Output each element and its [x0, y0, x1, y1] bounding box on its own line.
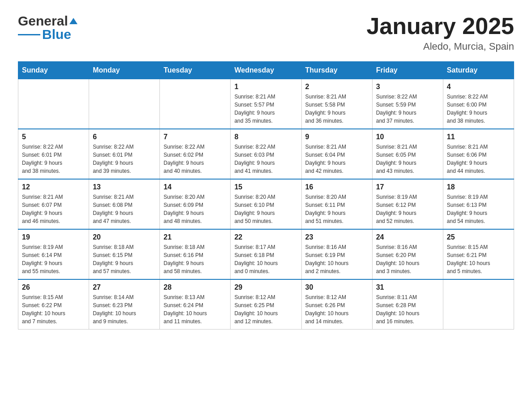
day-info: Sunrise: 8:21 AMSunset: 5:57 PMDaylight:…	[234, 93, 297, 125]
table-row: 12Sunrise: 8:21 AMSunset: 6:07 PMDayligh…	[18, 179, 89, 229]
col-thursday: Thursday	[301, 62, 372, 79]
table-row: 5Sunrise: 8:22 AMSunset: 6:01 PMDaylight…	[18, 129, 89, 179]
calendar-week-row: 1Sunrise: 8:21 AMSunset: 5:57 PMDaylight…	[18, 79, 514, 129]
day-number: 16	[305, 183, 369, 191]
day-info: Sunrise: 8:16 AMSunset: 6:20 PMDaylight:…	[376, 243, 439, 275]
day-info: Sunrise: 8:19 AMSunset: 6:12 PMDaylight:…	[376, 193, 439, 225]
table-row: 15Sunrise: 8:20 AMSunset: 6:10 PMDayligh…	[231, 179, 301, 229]
col-monday: Monday	[89, 62, 160, 79]
day-info: Sunrise: 8:21 AMSunset: 6:07 PMDaylight:…	[22, 193, 85, 225]
table-row: 28Sunrise: 8:13 AMSunset: 6:24 PMDayligh…	[160, 279, 231, 330]
title-block: January 2025 Aledo, Murcia, Spain	[366, 13, 514, 52]
table-row: 8Sunrise: 8:22 AMSunset: 6:03 PMDaylight…	[231, 129, 301, 179]
day-info: Sunrise: 8:12 AMSunset: 6:25 PMDaylight:…	[234, 293, 297, 325]
day-info: Sunrise: 8:11 AMSunset: 6:28 PMDaylight:…	[376, 293, 439, 325]
day-number: 15	[234, 183, 297, 191]
day-number: 5	[22, 133, 85, 141]
day-info: Sunrise: 8:15 AMSunset: 6:21 PMDaylight:…	[447, 243, 510, 275]
day-number: 14	[163, 183, 227, 191]
table-row: 22Sunrise: 8:17 AMSunset: 6:18 PMDayligh…	[231, 229, 301, 279]
table-row: 25Sunrise: 8:15 AMSunset: 6:21 PMDayligh…	[443, 229, 514, 279]
table-row: 17Sunrise: 8:19 AMSunset: 6:12 PMDayligh…	[372, 179, 443, 229]
logo-row: General	[18, 13, 78, 29]
day-number: 2	[305, 83, 369, 91]
day-number: 24	[376, 233, 439, 241]
calendar-week-row: 5Sunrise: 8:22 AMSunset: 6:01 PMDaylight…	[18, 129, 514, 179]
col-sunday: Sunday	[18, 62, 89, 79]
table-row: 3Sunrise: 8:22 AMSunset: 5:59 PMDaylight…	[372, 79, 443, 129]
day-number: 13	[93, 183, 156, 191]
day-number: 25	[447, 233, 510, 241]
table-row: 7Sunrise: 8:22 AMSunset: 6:02 PMDaylight…	[160, 129, 231, 179]
table-row	[160, 79, 231, 129]
logo: General Blue	[18, 13, 78, 42]
day-number: 17	[376, 183, 439, 191]
logo-blue-text: Blue	[42, 27, 71, 42]
col-friday: Friday	[372, 62, 443, 79]
day-number: 30	[305, 283, 369, 291]
day-number: 23	[305, 233, 369, 241]
table-row: 21Sunrise: 8:18 AMSunset: 6:16 PMDayligh…	[160, 229, 231, 279]
col-tuesday: Tuesday	[160, 62, 231, 79]
day-info: Sunrise: 8:22 AMSunset: 6:01 PMDaylight:…	[22, 143, 85, 175]
calendar-week-row: 26Sunrise: 8:15 AMSunset: 6:22 PMDayligh…	[18, 279, 514, 330]
table-row: 1Sunrise: 8:21 AMSunset: 5:57 PMDaylight…	[231, 79, 301, 129]
day-info: Sunrise: 8:15 AMSunset: 6:22 PMDaylight:…	[22, 293, 85, 325]
table-row: 31Sunrise: 8:11 AMSunset: 6:28 PMDayligh…	[372, 279, 443, 330]
table-row: 27Sunrise: 8:14 AMSunset: 6:23 PMDayligh…	[89, 279, 160, 330]
day-number: 26	[22, 283, 85, 291]
table-row	[89, 79, 160, 129]
day-number: 18	[447, 183, 510, 191]
calendar-subtitle: Aledo, Murcia, Spain	[366, 41, 514, 52]
day-number: 8	[234, 133, 297, 141]
day-info: Sunrise: 8:22 AMSunset: 6:02 PMDaylight:…	[163, 143, 227, 175]
day-info: Sunrise: 8:19 AMSunset: 6:13 PMDaylight:…	[447, 193, 510, 225]
day-info: Sunrise: 8:22 AMSunset: 6:01 PMDaylight:…	[93, 143, 156, 175]
day-number: 29	[234, 283, 297, 291]
calendar-title: January 2025	[366, 13, 514, 39]
calendar-header-row: Sunday Monday Tuesday Wednesday Thursday…	[18, 62, 514, 79]
day-info: Sunrise: 8:21 AMSunset: 6:06 PMDaylight:…	[447, 143, 510, 175]
table-row: 10Sunrise: 8:21 AMSunset: 6:05 PMDayligh…	[372, 129, 443, 179]
page-header: General Blue January 2025 Aledo, Murcia,…	[18, 13, 514, 52]
day-info: Sunrise: 8:21 AMSunset: 6:05 PMDaylight:…	[376, 143, 439, 175]
day-number: 4	[447, 83, 510, 91]
table-row: 24Sunrise: 8:16 AMSunset: 6:20 PMDayligh…	[372, 229, 443, 279]
table-row: 29Sunrise: 8:12 AMSunset: 6:25 PMDayligh…	[231, 279, 301, 330]
calendar-table: Sunday Monday Tuesday Wednesday Thursday…	[18, 61, 514, 330]
day-number: 12	[22, 183, 85, 191]
col-saturday: Saturday	[443, 62, 514, 79]
table-row: 18Sunrise: 8:19 AMSunset: 6:13 PMDayligh…	[443, 179, 514, 229]
day-info: Sunrise: 8:20 AMSunset: 6:11 PMDaylight:…	[305, 193, 369, 225]
day-number: 10	[376, 133, 439, 141]
day-number: 28	[163, 283, 227, 291]
table-row: 13Sunrise: 8:21 AMSunset: 6:08 PMDayligh…	[89, 179, 160, 229]
day-info: Sunrise: 8:16 AMSunset: 6:19 PMDaylight:…	[305, 243, 369, 275]
day-info: Sunrise: 8:22 AMSunset: 6:03 PMDaylight:…	[234, 143, 297, 175]
day-number: 7	[163, 133, 227, 141]
table-row: 30Sunrise: 8:12 AMSunset: 6:26 PMDayligh…	[301, 279, 372, 330]
table-row: 23Sunrise: 8:16 AMSunset: 6:19 PMDayligh…	[301, 229, 372, 279]
table-row: 9Sunrise: 8:21 AMSunset: 6:04 PMDaylight…	[301, 129, 372, 179]
svg-marker-0	[69, 18, 77, 24]
table-row	[18, 79, 89, 129]
table-row: 20Sunrise: 8:18 AMSunset: 6:15 PMDayligh…	[89, 229, 160, 279]
day-info: Sunrise: 8:21 AMSunset: 5:58 PMDaylight:…	[305, 93, 369, 125]
calendar-week-row: 12Sunrise: 8:21 AMSunset: 6:07 PMDayligh…	[18, 179, 514, 229]
day-number: 19	[22, 233, 85, 241]
table-row: 2Sunrise: 8:21 AMSunset: 5:58 PMDaylight…	[301, 79, 372, 129]
day-info: Sunrise: 8:22 AMSunset: 5:59 PMDaylight:…	[376, 93, 439, 125]
col-wednesday: Wednesday	[231, 62, 301, 79]
table-row: 11Sunrise: 8:21 AMSunset: 6:06 PMDayligh…	[443, 129, 514, 179]
day-info: Sunrise: 8:18 AMSunset: 6:15 PMDaylight:…	[93, 243, 156, 275]
table-row: 14Sunrise: 8:20 AMSunset: 6:09 PMDayligh…	[160, 179, 231, 229]
day-number: 9	[305, 133, 369, 141]
day-number: 6	[93, 133, 156, 141]
day-info: Sunrise: 8:20 AMSunset: 6:09 PMDaylight:…	[163, 193, 227, 225]
day-number: 3	[376, 83, 439, 91]
day-info: Sunrise: 8:22 AMSunset: 6:00 PMDaylight:…	[447, 93, 510, 125]
day-info: Sunrise: 8:13 AMSunset: 6:24 PMDaylight:…	[163, 293, 227, 325]
table-row: 26Sunrise: 8:15 AMSunset: 6:22 PMDayligh…	[18, 279, 89, 330]
day-info: Sunrise: 8:19 AMSunset: 6:14 PMDaylight:…	[22, 243, 85, 275]
day-number: 27	[93, 283, 156, 291]
